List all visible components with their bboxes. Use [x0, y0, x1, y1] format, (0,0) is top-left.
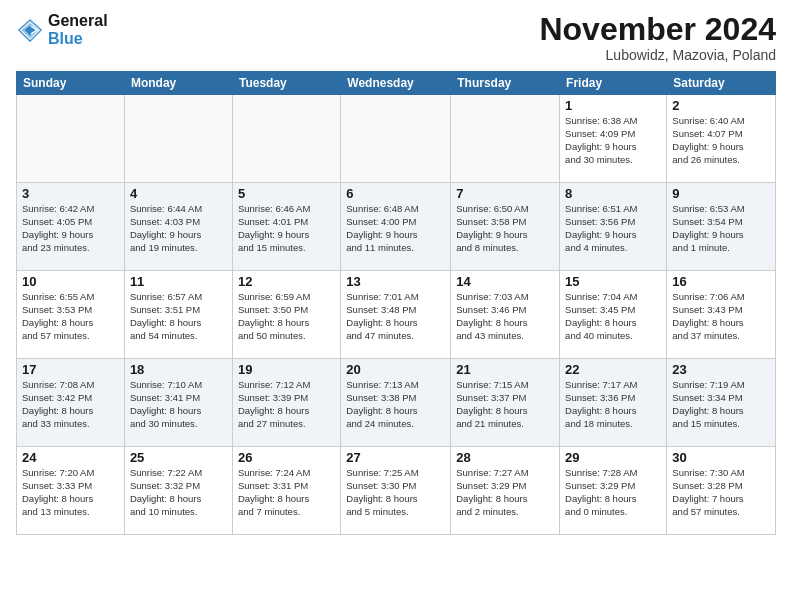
day-info: Sunrise: 7:15 AM Sunset: 3:37 PM Dayligh… — [456, 379, 554, 430]
day-info: Sunrise: 7:01 AM Sunset: 3:48 PM Dayligh… — [346, 291, 445, 342]
col-tuesday: Tuesday — [232, 72, 340, 95]
day-info: Sunrise: 7:22 AM Sunset: 3:32 PM Dayligh… — [130, 467, 227, 518]
day-info: Sunrise: 7:08 AM Sunset: 3:42 PM Dayligh… — [22, 379, 119, 430]
day-number: 15 — [565, 274, 661, 289]
header-row: Sunday Monday Tuesday Wednesday Thursday… — [17, 72, 776, 95]
day-info: Sunrise: 6:50 AM Sunset: 3:58 PM Dayligh… — [456, 203, 554, 254]
calendar-week-3: 10Sunrise: 6:55 AM Sunset: 3:53 PM Dayli… — [17, 271, 776, 359]
calendar-cell — [17, 95, 125, 183]
calendar-cell: 30Sunrise: 7:30 AM Sunset: 3:28 PM Dayli… — [667, 447, 776, 535]
calendar-cell: 26Sunrise: 7:24 AM Sunset: 3:31 PM Dayli… — [232, 447, 340, 535]
calendar-cell — [232, 95, 340, 183]
day-number: 7 — [456, 186, 554, 201]
calendar-cell: 14Sunrise: 7:03 AM Sunset: 3:46 PM Dayli… — [451, 271, 560, 359]
page: General Blue November 2024 Lubowidz, Maz… — [0, 0, 792, 612]
calendar-cell: 8Sunrise: 6:51 AM Sunset: 3:56 PM Daylig… — [560, 183, 667, 271]
calendar-cell: 21Sunrise: 7:15 AM Sunset: 3:37 PM Dayli… — [451, 359, 560, 447]
logo: General Blue — [16, 12, 108, 49]
calendar-cell: 1Sunrise: 6:38 AM Sunset: 4:09 PM Daylig… — [560, 95, 667, 183]
calendar-cell: 20Sunrise: 7:13 AM Sunset: 3:38 PM Dayli… — [341, 359, 451, 447]
day-info: Sunrise: 7:03 AM Sunset: 3:46 PM Dayligh… — [456, 291, 554, 342]
day-info: Sunrise: 7:17 AM Sunset: 3:36 PM Dayligh… — [565, 379, 661, 430]
day-number: 5 — [238, 186, 335, 201]
calendar-cell: 7Sunrise: 6:50 AM Sunset: 3:58 PM Daylig… — [451, 183, 560, 271]
day-info: Sunrise: 7:30 AM Sunset: 3:28 PM Dayligh… — [672, 467, 770, 518]
calendar-cell — [341, 95, 451, 183]
day-info: Sunrise: 6:44 AM Sunset: 4:03 PM Dayligh… — [130, 203, 227, 254]
day-info: Sunrise: 7:28 AM Sunset: 3:29 PM Dayligh… — [565, 467, 661, 518]
calendar-cell: 19Sunrise: 7:12 AM Sunset: 3:39 PM Dayli… — [232, 359, 340, 447]
day-info: Sunrise: 6:38 AM Sunset: 4:09 PM Dayligh… — [565, 115, 661, 166]
day-info: Sunrise: 7:10 AM Sunset: 3:41 PM Dayligh… — [130, 379, 227, 430]
day-number: 17 — [22, 362, 119, 377]
day-info: Sunrise: 7:20 AM Sunset: 3:33 PM Dayligh… — [22, 467, 119, 518]
day-number: 12 — [238, 274, 335, 289]
col-sunday: Sunday — [17, 72, 125, 95]
day-number: 3 — [22, 186, 119, 201]
day-number: 9 — [672, 186, 770, 201]
day-number: 20 — [346, 362, 445, 377]
col-monday: Monday — [124, 72, 232, 95]
calendar-cell: 22Sunrise: 7:17 AM Sunset: 3:36 PM Dayli… — [560, 359, 667, 447]
calendar-cell: 6Sunrise: 6:48 AM Sunset: 4:00 PM Daylig… — [341, 183, 451, 271]
day-number: 1 — [565, 98, 661, 113]
day-number: 30 — [672, 450, 770, 465]
calendar-cell: 23Sunrise: 7:19 AM Sunset: 3:34 PM Dayli… — [667, 359, 776, 447]
day-number: 23 — [672, 362, 770, 377]
subtitle: Lubowidz, Mazovia, Poland — [539, 47, 776, 63]
calendar-week-2: 3Sunrise: 6:42 AM Sunset: 4:05 PM Daylig… — [17, 183, 776, 271]
day-info: Sunrise: 6:57 AM Sunset: 3:51 PM Dayligh… — [130, 291, 227, 342]
logo-text: General Blue — [48, 12, 108, 49]
day-info: Sunrise: 7:19 AM Sunset: 3:34 PM Dayligh… — [672, 379, 770, 430]
day-info: Sunrise: 6:40 AM Sunset: 4:07 PM Dayligh… — [672, 115, 770, 166]
day-number: 4 — [130, 186, 227, 201]
day-info: Sunrise: 6:55 AM Sunset: 3:53 PM Dayligh… — [22, 291, 119, 342]
day-number: 13 — [346, 274, 445, 289]
day-info: Sunrise: 7:13 AM Sunset: 3:38 PM Dayligh… — [346, 379, 445, 430]
day-info: Sunrise: 7:27 AM Sunset: 3:29 PM Dayligh… — [456, 467, 554, 518]
day-number: 10 — [22, 274, 119, 289]
day-number: 6 — [346, 186, 445, 201]
calendar-cell: 5Sunrise: 6:46 AM Sunset: 4:01 PM Daylig… — [232, 183, 340, 271]
day-number: 18 — [130, 362, 227, 377]
calendar-body: 1Sunrise: 6:38 AM Sunset: 4:09 PM Daylig… — [17, 95, 776, 535]
calendar-week-1: 1Sunrise: 6:38 AM Sunset: 4:09 PM Daylig… — [17, 95, 776, 183]
calendar-cell: 27Sunrise: 7:25 AM Sunset: 3:30 PM Dayli… — [341, 447, 451, 535]
day-info: Sunrise: 7:06 AM Sunset: 3:43 PM Dayligh… — [672, 291, 770, 342]
day-number: 11 — [130, 274, 227, 289]
day-number: 2 — [672, 98, 770, 113]
calendar-cell: 28Sunrise: 7:27 AM Sunset: 3:29 PM Dayli… — [451, 447, 560, 535]
day-number: 27 — [346, 450, 445, 465]
calendar-cell: 4Sunrise: 6:44 AM Sunset: 4:03 PM Daylig… — [124, 183, 232, 271]
calendar-cell: 2Sunrise: 6:40 AM Sunset: 4:07 PM Daylig… — [667, 95, 776, 183]
day-number: 19 — [238, 362, 335, 377]
day-number: 8 — [565, 186, 661, 201]
day-number: 28 — [456, 450, 554, 465]
calendar-cell: 17Sunrise: 7:08 AM Sunset: 3:42 PM Dayli… — [17, 359, 125, 447]
calendar-cell: 29Sunrise: 7:28 AM Sunset: 3:29 PM Dayli… — [560, 447, 667, 535]
day-number: 22 — [565, 362, 661, 377]
day-info: Sunrise: 6:42 AM Sunset: 4:05 PM Dayligh… — [22, 203, 119, 254]
calendar-cell — [451, 95, 560, 183]
day-info: Sunrise: 7:24 AM Sunset: 3:31 PM Dayligh… — [238, 467, 335, 518]
calendar-header: Sunday Monday Tuesday Wednesday Thursday… — [17, 72, 776, 95]
day-info: Sunrise: 7:25 AM Sunset: 3:30 PM Dayligh… — [346, 467, 445, 518]
day-number: 16 — [672, 274, 770, 289]
calendar-cell: 10Sunrise: 6:55 AM Sunset: 3:53 PM Dayli… — [17, 271, 125, 359]
col-wednesday: Wednesday — [341, 72, 451, 95]
calendar-cell: 24Sunrise: 7:20 AM Sunset: 3:33 PM Dayli… — [17, 447, 125, 535]
day-info: Sunrise: 6:46 AM Sunset: 4:01 PM Dayligh… — [238, 203, 335, 254]
calendar-cell: 12Sunrise: 6:59 AM Sunset: 3:50 PM Dayli… — [232, 271, 340, 359]
day-info: Sunrise: 6:59 AM Sunset: 3:50 PM Dayligh… — [238, 291, 335, 342]
col-friday: Friday — [560, 72, 667, 95]
col-saturday: Saturday — [667, 72, 776, 95]
day-info: Sunrise: 6:53 AM Sunset: 3:54 PM Dayligh… — [672, 203, 770, 254]
calendar-cell: 16Sunrise: 7:06 AM Sunset: 3:43 PM Dayli… — [667, 271, 776, 359]
month-title: November 2024 — [539, 12, 776, 47]
title-area: November 2024 Lubowidz, Mazovia, Poland — [539, 12, 776, 63]
day-number: 25 — [130, 450, 227, 465]
calendar-cell: 3Sunrise: 6:42 AM Sunset: 4:05 PM Daylig… — [17, 183, 125, 271]
day-number: 21 — [456, 362, 554, 377]
day-info: Sunrise: 6:51 AM Sunset: 3:56 PM Dayligh… — [565, 203, 661, 254]
calendar-cell: 9Sunrise: 6:53 AM Sunset: 3:54 PM Daylig… — [667, 183, 776, 271]
